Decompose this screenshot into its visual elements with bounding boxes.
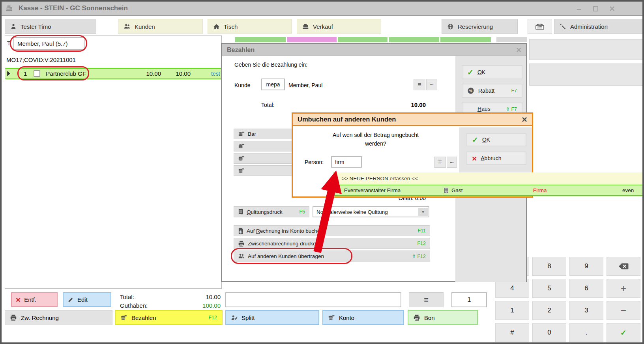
building-icon: [444, 187, 449, 193]
pay-dialog-title: Bezahlen: [227, 47, 255, 54]
plus-icon: +: [621, 283, 626, 294]
keypad-1[interactable]: 1: [495, 301, 529, 320]
keypad-backspace[interactable]: [607, 257, 640, 276]
toolbar-verkauf-button[interactable]: Verkauf: [297, 19, 381, 34]
pay-dialog-titlebar: Bezahlen ×: [222, 44, 526, 56]
toolbar-keyboard-button[interactable]: [528, 19, 552, 34]
person-label: Person:: [305, 159, 324, 165]
cash-register-icon: [302, 23, 309, 30]
keypad-2[interactable]: 2: [532, 301, 566, 320]
person-icon: [10, 23, 17, 30]
keypad-5[interactable]: 5: [532, 279, 566, 298]
ellipsis-icon: •••: [450, 161, 453, 164]
pay-ok-button[interactable]: ✓ OK: [462, 65, 522, 79]
pay-total-label: Total:: [261, 102, 274, 108]
keypad-confirm[interactable]: ✓: [607, 323, 640, 342]
keypad-0[interactable]: 0: [532, 323, 566, 342]
title-bar: Kasse - STEIN - GC Sonnenschein – ×: [2, 2, 642, 16]
rechnung-konto-button[interactable]: $ Auf Rechnung ins Konto buchen F11: [234, 225, 430, 236]
keypad-minus[interactable]: −: [607, 301, 640, 320]
person-input-value: firm: [335, 159, 344, 165]
person-input[interactable]: firm: [331, 156, 362, 168]
minimize-icon: –: [577, 4, 581, 13]
shift-icon: ⇧: [412, 254, 416, 259]
table-status-strip: [338, 37, 388, 42]
entf-button[interactable]: × Entf.: [11, 292, 58, 307]
pay-total-value: 10.00: [373, 101, 426, 108]
cash-register-icon: [6, 5, 13, 12]
dropdown-arrow-icon[interactable]: ▾: [418, 208, 428, 216]
order-row-checkbox[interactable]: [34, 70, 40, 77]
edit-button[interactable]: Edit: [63, 292, 111, 307]
quantity-input[interactable]: 1: [451, 292, 487, 307]
kunde-list-button[interactable]: ≡: [414, 79, 425, 90]
dropdown-new-person-row[interactable]: >> NEUE PERSON erfassen <<: [333, 172, 644, 185]
rechnung-konto-label: Auf Rechnung ins Konto buchen: [247, 228, 323, 234]
zw-rechnung-button[interactable]: Zw. Rechnung: [5, 310, 112, 325]
bezahlen-button[interactable]: Bezahlen F12: [115, 310, 223, 325]
quittungsdruck-button[interactable]: Quittungsdruck F5: [234, 206, 309, 217]
list-menu-button[interactable]: ≡: [409, 292, 444, 307]
konto-label: Konto: [339, 314, 354, 321]
splitt-button[interactable]: Splitt: [225, 310, 319, 325]
cancel-x-icon: ×: [472, 154, 477, 163]
coins-icon: [238, 143, 245, 150]
konto-button[interactable]: Konto: [322, 310, 404, 325]
keypad-dot[interactable]: .: [569, 323, 603, 342]
member-field[interactable]: Member, Paul (5.7): [13, 37, 85, 50]
keypad-6[interactable]: 6: [569, 279, 603, 298]
shift-icon: ⇧: [505, 107, 509, 112]
order-code-line: MO17;COVID:V:20211001: [6, 56, 76, 63]
table-label: T: [7, 40, 11, 47]
abbruch-button[interactable]: × Abbruch: [466, 151, 526, 165]
keypad-plus[interactable]: +: [607, 279, 640, 298]
keypad-9[interactable]: 9: [569, 257, 603, 276]
rabatt-button[interactable]: % Rabatt F7: [462, 84, 522, 98]
printer-icon: [10, 314, 17, 321]
uebertragen-button[interactable]: Auf anderen Kunden übertragen ⇧ F12: [234, 251, 430, 262]
toolbar-user-button[interactable]: Tester Timo: [5, 19, 96, 34]
keypad-8[interactable]: 8: [532, 257, 566, 276]
house-icon: [213, 23, 220, 30]
dropdown-entry-row[interactable]: Eventveranstalter Firma Gast Firma even: [333, 185, 644, 196]
window-title: Kasse - STEIN - GC Sonnenschein: [19, 4, 128, 12]
kunde-code-input[interactable]: mepa: [261, 79, 285, 90]
toolbar-reservierung-button[interactable]: Reservierung: [442, 19, 518, 34]
hamburger-icon: ≡: [424, 295, 429, 305]
globe-icon: [447, 23, 454, 30]
minimize-button[interactable]: –: [572, 3, 586, 14]
quantity-value: 1: [468, 296, 471, 303]
zwischenabrechnung-button[interactable]: Zwischenabrechnung drucken F12: [234, 238, 430, 249]
coins-icon: [238, 155, 245, 162]
transfer-ok-button[interactable]: ✓ OK: [466, 133, 526, 146]
quittung-mode-select[interactable]: Normalerweise keine Quittung ▾: [313, 206, 429, 217]
keypad-3[interactable]: 3: [569, 301, 603, 320]
close-button[interactable]: ×: [605, 3, 619, 14]
total-value: 10.00: [167, 294, 221, 300]
order-row[interactable]: 1 Partnerclub GF 10.00 10.00 test: [5, 68, 221, 79]
order-row-price: 10.00: [135, 70, 161, 77]
kunde-code-value: mepa: [266, 81, 280, 88]
transfer-dialog-close-icon[interactable]: ×: [522, 114, 527, 125]
check-icon: ✓: [620, 328, 627, 337]
pay-prompt: Geben Sie die Bezahlung ein:: [234, 62, 307, 68]
bon-button[interactable]: Bon: [408, 310, 478, 325]
entry-input[interactable]: [225, 292, 401, 307]
person-list-button[interactable]: ≡: [434, 157, 446, 168]
maximize-button[interactable]: [589, 3, 602, 14]
guthaben-value: 100.00: [167, 302, 221, 309]
toolbar-administration-label: Administration: [570, 23, 608, 30]
table-status-strip: [389, 37, 439, 42]
toolbar-kunden-button[interactable]: Kunden: [118, 19, 203, 34]
transfer-question-line1: Auf wen soll der Betrag umgebucht: [297, 132, 455, 138]
bezahlen-fkey: F12: [208, 315, 217, 320]
toolbar-administration-button[interactable]: Administration: [554, 19, 644, 34]
toolbar-kunden-label: Kunden: [135, 23, 155, 30]
table-status-strip: [440, 37, 491, 42]
kunde-more-button[interactable]: •••: [426, 79, 437, 90]
person-more-button[interactable]: •••: [447, 157, 457, 168]
toolbar-tisch-button[interactable]: Tisch: [208, 19, 292, 34]
pay-dialog-close-icon[interactable]: ×: [516, 45, 521, 55]
keypad-hash[interactable]: #: [495, 323, 529, 342]
dropdown-marker-bar: [333, 172, 336, 185]
